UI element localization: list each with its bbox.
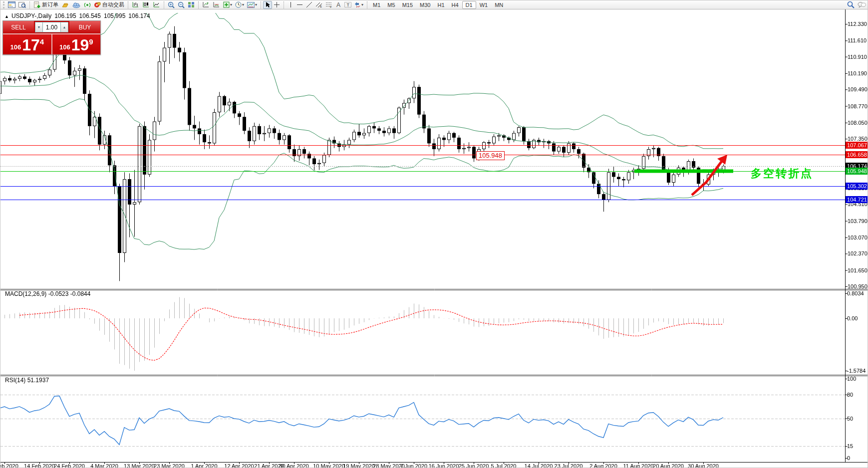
price-axis-label: 110.190	[848, 70, 868, 76]
tab-timeframe-d1[interactable]: D1	[462, 1, 476, 9]
tab-timeframe-m5[interactable]: M5	[384, 1, 398, 9]
buy-price-big: 19	[71, 37, 89, 53]
autotrade-button[interactable]: 自动交易	[92, 1, 126, 9]
date-axis-label: 14 Jul 2020	[525, 463, 553, 468]
date-axis-label: 19 May 2020	[343, 463, 375, 468]
sell-button[interactable]: SELL	[3, 21, 34, 33]
fibonacci-tool[interactable]: F	[324, 1, 334, 9]
tab-timeframe-m1[interactable]: M1	[369, 1, 384, 9]
pivot-annotation[interactable]: 多空转折点	[751, 166, 813, 181]
line-chart-icon[interactable]	[151, 1, 162, 9]
date-axis-label: 2 Aug 2020	[589, 463, 617, 468]
date-axis-label: 30 Apr 2020	[279, 463, 308, 468]
tab-timeframe-h1[interactable]: H1	[434, 1, 448, 9]
chat-icon[interactable]	[856, 1, 868, 9]
chart-title: ▲USDJPY-,Daily106.195106.545105.995106.1…	[4, 12, 150, 19]
shapes-tool[interactable]: ▾	[353, 1, 365, 9]
date-axis-label: 7 Jun 2020	[400, 463, 427, 468]
crosshair-tool[interactable]	[272, 1, 282, 9]
price-axis-label: 107.350	[848, 136, 868, 142]
volume-decrease-button[interactable]: ▼	[35, 22, 43, 32]
chart-area[interactable]: ▲USDJPY-,Daily106.195106.545105.995106.1…	[0, 9, 868, 468]
buy-price-pip: 9	[89, 37, 93, 46]
rsi-axis-label: 0	[847, 455, 850, 461]
mql5-community-icon[interactable]	[71, 1, 82, 9]
buy-price-button[interactable]: 106199	[51, 34, 101, 54]
candlestick-chart-icon[interactable]	[141, 1, 151, 9]
zoom-out-icon[interactable]	[176, 1, 186, 9]
rsi-axis-label: 50	[847, 416, 853, 422]
tab-timeframe-w1[interactable]: W1	[476, 1, 492, 9]
svg-text:E: E	[320, 5, 322, 8]
cursor-icon	[265, 1, 271, 8]
data-window-icon[interactable]	[201, 1, 211, 9]
macd-name: MACD(12,26,9)	[5, 290, 46, 297]
date-axis-label: 13 Mar 2020	[124, 463, 155, 468]
strategy-tester-icon[interactable]	[17, 1, 27, 9]
period-button[interactable]: ▾	[234, 1, 246, 9]
template-button[interactable]: ▾	[246, 1, 259, 9]
svg-text:F: F	[330, 5, 332, 8]
vertical-line-tool[interactable]	[286, 1, 295, 9]
trendline-tool[interactable]	[304, 1, 314, 9]
price-axis-label: 100.950	[848, 283, 868, 289]
price-flag-105948[interactable]: 105.948	[476, 151, 505, 160]
tile-windows-icon[interactable]	[186, 1, 196, 9]
macd-axis-max: 0.8034	[847, 290, 864, 296]
price-axis-label: 109.490	[848, 86, 868, 92]
date-axis-label: 25 Jun 2020	[459, 463, 489, 468]
date-axis-label: 1 Apr 2020	[191, 463, 217, 468]
chevron-down-icon: ▾	[242, 2, 244, 7]
price-axis-label: 112.330	[848, 21, 868, 27]
horizontal-line-tool[interactable]	[295, 1, 304, 9]
price-axis-badge: 107.067	[846, 142, 868, 149]
tab-timeframe-h4[interactable]: H4	[448, 1, 462, 9]
ohlc-values: 106.195106.545105.995106.174	[51, 12, 150, 19]
price-axis-label: 108.050	[848, 120, 868, 126]
tab-timeframe-mn[interactable]: MN	[491, 1, 507, 9]
date-axis-label: 14 Feb 2020	[24, 463, 55, 468]
price-axis-label: 102.370	[848, 250, 868, 256]
zoom-in-icon[interactable]	[166, 1, 176, 9]
sell-price-prefix: 106	[10, 43, 21, 51]
bar-chart-icon[interactable]	[130, 1, 141, 9]
tab-timeframe-m15[interactable]: M15	[399, 1, 416, 9]
new-order-label: 新订单	[42, 1, 58, 8]
new-order-icon	[33, 1, 40, 8]
channel-tool[interactable]: E	[314, 1, 324, 9]
text-tool[interactable]: A	[334, 1, 343, 9]
low-value: 105.995	[104, 12, 125, 19]
market-watch-icon[interactable]	[6, 1, 17, 9]
macd-label: MACD(12,26,9) -0.0523 -0.0844	[5, 290, 90, 297]
new-order-button[interactable]: 新订单	[32, 1, 60, 9]
gold-icon[interactable]	[60, 1, 71, 9]
price-axis-label: 108.770	[848, 103, 868, 109]
clock-icon	[235, 1, 242, 8]
text-label-tool[interactable]: T	[343, 1, 353, 9]
rsi-axis-label: 15	[847, 443, 853, 449]
macd-axis-zero: 0.00	[847, 315, 858, 321]
one-click-trade-panel: SELL ▼ 1.00 ▲ BUY 106174 106199	[2, 20, 101, 55]
rsi-label: RSI(14) 51.1937	[5, 377, 49, 384]
add-indicator-button[interactable]: ▾	[222, 1, 234, 9]
search-icon[interactable]	[846, 1, 856, 9]
rsi-value: 51.1937	[27, 377, 49, 384]
main-toolbar: 新订单 自动交易 ▾ ▾ ▾ E F A T ▾ M	[0, 0, 868, 9]
date-axis-label: 5 Jul 2020	[491, 463, 517, 468]
volume-increase-button[interactable]: ▲	[60, 22, 68, 32]
collapse-triangle-icon: ▲	[4, 14, 9, 19]
cursor-tool[interactable]	[263, 1, 272, 9]
rsi-name: RSI(14)	[5, 377, 25, 384]
date-axis-label: 11 Aug 2020	[623, 463, 654, 468]
price-axis-badge: 105.948	[846, 168, 868, 175]
signals-icon[interactable]	[82, 1, 92, 9]
date-axis-label: 10 May 2020	[313, 463, 345, 468]
buy-button[interactable]: BUY	[69, 21, 100, 33]
volume-value[interactable]: 1.00	[43, 22, 60, 32]
chevron-down-icon: ▾	[361, 2, 363, 7]
price-axis-label: 110.910	[848, 54, 868, 60]
sell-price-button[interactable]: 106174	[3, 34, 51, 54]
tab-timeframe-m30[interactable]: M30	[416, 1, 434, 9]
indicator-window-icon[interactable]	[211, 1, 222, 9]
price-chart-canvas[interactable]	[0, 9, 868, 468]
